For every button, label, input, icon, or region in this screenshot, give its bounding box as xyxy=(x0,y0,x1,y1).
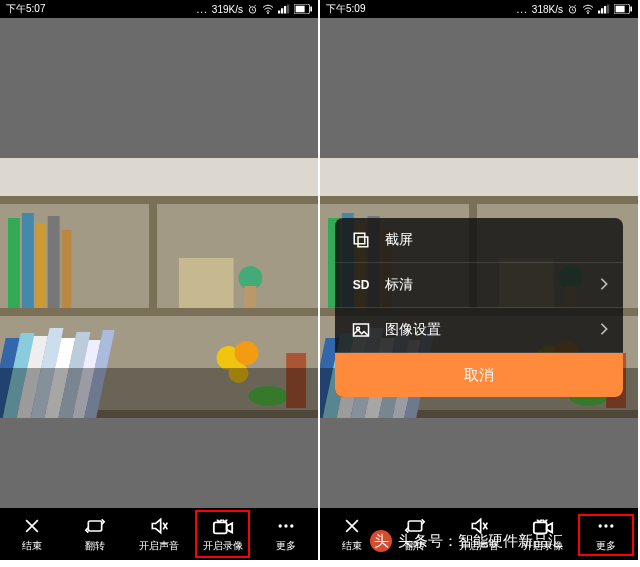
more-label: 更多 xyxy=(276,539,296,553)
quality-row[interactable]: SD 标清 xyxy=(335,263,623,308)
svg-rect-13 xyxy=(0,308,318,316)
svg-rect-55 xyxy=(320,196,638,204)
svg-rect-23 xyxy=(244,286,256,308)
svg-rect-4 xyxy=(284,6,286,14)
status-bar: 下午5:07 ... 319K/s xyxy=(0,0,318,18)
alarm-icon xyxy=(247,4,258,15)
svg-point-40 xyxy=(279,524,282,527)
sd-badge: SD xyxy=(349,278,373,292)
svg-point-44 xyxy=(588,13,589,14)
phone-right: 下午5:09 ... 318K/s xyxy=(320,0,638,560)
close-icon xyxy=(22,515,42,537)
wifi-icon xyxy=(582,4,594,14)
battery-icon xyxy=(614,4,632,14)
cancel-label: 取消 xyxy=(464,366,494,385)
phone-left: 下午5:07 ... 319K/s xyxy=(0,0,318,560)
svg-rect-37 xyxy=(0,368,318,418)
svg-rect-21 xyxy=(179,258,234,308)
more-button[interactable]: 更多 xyxy=(574,508,638,560)
svg-rect-5 xyxy=(287,5,289,14)
alarm-icon xyxy=(567,4,578,15)
status-bar: 下午5:09 ... 318K/s xyxy=(320,0,638,18)
image-settings-row[interactable]: 图像设置 xyxy=(335,308,623,353)
battery-icon xyxy=(294,4,312,14)
svg-rect-12 xyxy=(0,196,318,204)
svg-rect-38 xyxy=(89,521,102,531)
chevron-right-icon xyxy=(599,277,609,294)
watermark-badge: 头 xyxy=(370,530,392,552)
signal-icon xyxy=(598,4,610,14)
more-label: 更多 xyxy=(596,539,616,553)
svg-point-33 xyxy=(235,341,259,365)
status-net: 318K/s xyxy=(532,4,563,15)
flip-icon xyxy=(84,515,106,537)
image-settings-label: 图像设置 xyxy=(385,321,441,339)
close-icon xyxy=(342,515,362,537)
more-icon xyxy=(276,515,296,537)
sound-label: 开启声音 xyxy=(139,539,179,553)
svg-rect-50 xyxy=(616,6,625,13)
svg-rect-20 xyxy=(62,230,72,308)
svg-point-41 xyxy=(285,524,288,527)
sound-button[interactable]: 开启声音 xyxy=(127,508,191,560)
svg-rect-81 xyxy=(354,233,365,244)
svg-rect-8 xyxy=(310,7,312,12)
video-area[interactable]: 截屏 SD 标清 图像设置 取消 xyxy=(320,18,638,508)
svg-rect-16 xyxy=(8,218,20,308)
svg-point-88 xyxy=(605,524,608,527)
image-icon xyxy=(349,322,373,338)
status-dots: ... xyxy=(197,4,208,15)
svg-rect-18 xyxy=(36,223,46,308)
cancel-button[interactable]: 取消 xyxy=(335,353,623,397)
svg-rect-53 xyxy=(320,158,638,196)
camera-icon xyxy=(212,515,234,537)
more-action-sheet: 截屏 SD 标清 图像设置 取消 xyxy=(335,218,623,397)
screenshot-row[interactable]: 截屏 xyxy=(335,218,623,263)
speaker-icon xyxy=(149,515,169,537)
screenshot-icon xyxy=(349,231,373,249)
screenshot-label: 截屏 xyxy=(385,231,413,249)
status-time: 下午5:09 xyxy=(326,2,365,16)
svg-point-89 xyxy=(610,524,613,527)
watermark-text: 头条号：智能硬件新品汇 xyxy=(398,532,563,551)
camera-feed xyxy=(0,158,318,418)
svg-rect-46 xyxy=(601,8,603,13)
svg-rect-7 xyxy=(296,6,305,13)
status-dots: ... xyxy=(517,4,528,15)
chevron-right-icon xyxy=(599,322,609,339)
video-area[interactable] xyxy=(0,18,318,508)
svg-point-1 xyxy=(268,13,269,14)
record-button[interactable]: 开启录像 xyxy=(191,508,255,560)
svg-rect-3 xyxy=(281,8,283,13)
quality-label: 标清 xyxy=(385,276,413,294)
svg-rect-2 xyxy=(278,11,280,14)
more-button[interactable]: 更多 xyxy=(254,508,318,560)
more-icon xyxy=(596,515,616,537)
svg-point-87 xyxy=(599,524,602,527)
status-net: 319K/s xyxy=(212,4,243,15)
wifi-icon xyxy=(262,4,274,14)
svg-rect-19 xyxy=(48,216,60,308)
svg-rect-51 xyxy=(630,7,632,12)
status-time: 下午5:07 xyxy=(6,2,45,16)
end-label: 结束 xyxy=(22,539,42,553)
signal-icon xyxy=(278,4,290,14)
flip-button[interactable]: 翻转 xyxy=(64,508,128,560)
svg-point-42 xyxy=(290,524,293,527)
svg-rect-47 xyxy=(604,6,606,14)
record-label: 开启录像 xyxy=(203,539,243,553)
end-button[interactable]: 结束 xyxy=(0,508,64,560)
svg-rect-10 xyxy=(0,158,318,196)
watermark: 头 头条号：智能硬件新品汇 xyxy=(370,527,563,555)
flip-label: 翻转 xyxy=(85,539,105,553)
bottom-toolbar: 结束 翻转 开启声音 开启录像 更多 xyxy=(0,508,318,560)
svg-rect-48 xyxy=(607,5,609,14)
svg-rect-39 xyxy=(213,522,226,533)
svg-rect-15 xyxy=(149,196,157,316)
svg-rect-82 xyxy=(358,237,368,247)
svg-rect-17 xyxy=(22,213,34,308)
end-label: 结束 xyxy=(342,539,362,553)
svg-rect-45 xyxy=(598,11,600,14)
